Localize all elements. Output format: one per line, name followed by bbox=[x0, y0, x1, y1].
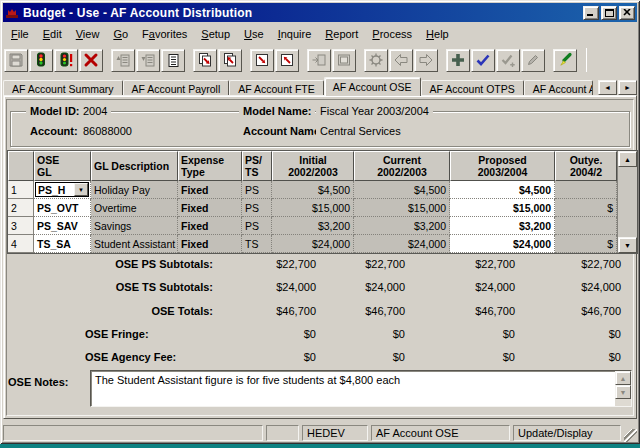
menu-view[interactable]: View bbox=[69, 26, 107, 42]
drill-up-button[interactable] bbox=[275, 49, 299, 72]
highlight-pen-icon bbox=[557, 52, 573, 68]
menu-process[interactable]: Process bbox=[365, 26, 419, 42]
copy-next-button[interactable] bbox=[193, 49, 217, 72]
minimize-button[interactable] bbox=[583, 6, 599, 20]
copy-previous-icon bbox=[222, 52, 238, 68]
status-panel-system: HEDEV bbox=[302, 425, 368, 441]
table-icon bbox=[336, 52, 352, 68]
cell-current: $24,000 bbox=[354, 235, 450, 253]
arrow-up-icon: ▲ bbox=[624, 156, 631, 163]
menu-help[interactable]: Help bbox=[419, 26, 456, 42]
totals-value: $46,700 bbox=[305, 305, 405, 317]
add-button[interactable] bbox=[446, 49, 470, 72]
maximize-button[interactable] bbox=[601, 6, 617, 20]
cell-proposed-input[interactable]: $3,200 bbox=[450, 217, 555, 235]
cell-current: $15,000 bbox=[354, 199, 450, 217]
tab-af-account-payroll[interactable]: AF Account Payroll bbox=[123, 80, 230, 96]
totals-label: OSE Totals: bbox=[8, 305, 213, 317]
grid-header-ose-gl: OSE GL bbox=[34, 151, 91, 181]
menu-go[interactable]: Go bbox=[106, 26, 135, 42]
ose-notes-text[interactable]: The Student Assistant figure is for five… bbox=[91, 371, 615, 406]
menu-setup[interactable]: Setup bbox=[194, 26, 237, 42]
cell-proposed-input[interactable]: $15,000 bbox=[450, 199, 555, 217]
scrollbar-track[interactable] bbox=[618, 167, 637, 237]
scroll-up-button[interactable]: ▲ bbox=[615, 371, 631, 385]
resize-grip[interactable] bbox=[624, 429, 637, 442]
arrow-left-icon: ◄ bbox=[604, 84, 611, 91]
save-button bbox=[4, 49, 28, 72]
menu-favorites[interactable]: Favorites bbox=[135, 26, 194, 42]
grid-header-proposed: Proposed 2003/2004 bbox=[450, 151, 555, 181]
insert-below-icon bbox=[140, 52, 156, 68]
notes-scrollbar[interactable]: ▲ ▼ bbox=[615, 371, 631, 406]
menu-report[interactable]: Report bbox=[318, 26, 365, 42]
tab-af-account-adjustments[interactable]: AF Account Adjustme bbox=[524, 80, 593, 96]
menu-use[interactable]: Use bbox=[237, 26, 271, 42]
edit-button bbox=[521, 49, 545, 72]
cell-ose-gl[interactable]: PS_SAV bbox=[34, 217, 91, 235]
cell-current: $4,500 bbox=[354, 181, 450, 199]
cell-ose-gl[interactable]: TS_SA bbox=[34, 235, 91, 253]
grid-header-outyear: Outye. 2004/2 bbox=[555, 151, 617, 181]
totals-value: $22,700 bbox=[305, 258, 405, 270]
traffic-light-alert-icon bbox=[58, 52, 74, 68]
insert-above-icon bbox=[115, 52, 131, 68]
cell-proposed-input[interactable]: $4,500 bbox=[450, 181, 555, 199]
cell-ose-gl[interactable]: PS_OVT bbox=[34, 199, 91, 217]
cell-outyear: $ bbox=[555, 235, 617, 253]
tab-af-account-ose[interactable]: AF Account OSE bbox=[324, 77, 421, 96]
highlight-button[interactable] bbox=[553, 49, 577, 72]
row-header: 1 bbox=[8, 181, 34, 199]
totals-value: $0 bbox=[216, 328, 316, 340]
account-name-value: Central Services bbox=[316, 125, 405, 138]
drill-down-button[interactable] bbox=[250, 49, 274, 72]
menu-file[interactable]: File bbox=[4, 26, 36, 42]
cell-description: Savings bbox=[91, 217, 178, 235]
ose-gl-combobox[interactable]: PS_H ▼ bbox=[34, 181, 91, 199]
totals-label: OSE Agency Fee: bbox=[85, 351, 176, 363]
list-button[interactable] bbox=[161, 49, 185, 72]
combobox-dropdown-button[interactable]: ▼ bbox=[74, 183, 88, 196]
menu-bar: File Edit View Go Favorites Setup Use In… bbox=[4, 24, 636, 43]
cell-current: $3,200 bbox=[354, 217, 450, 235]
close-button[interactable] bbox=[619, 6, 635, 20]
confirm-button[interactable] bbox=[471, 49, 495, 72]
menu-inquire[interactable]: Inquire bbox=[271, 26, 319, 42]
delete-button[interactable] bbox=[79, 49, 103, 72]
ose-notes-field[interactable]: The Student Assistant figure is for five… bbox=[90, 370, 632, 407]
cell-initial: $15,000 bbox=[272, 199, 354, 217]
grid-vertical-scrollbar[interactable]: ▲ ▼ bbox=[617, 151, 637, 253]
scroll-down-button[interactable]: ▼ bbox=[615, 385, 631, 399]
account-value: 86088000 bbox=[79, 125, 136, 138]
post-alert-button[interactable] bbox=[54, 49, 78, 72]
cell-description: Holiday Pay bbox=[91, 181, 178, 199]
model-name-value: Fiscal Year 2003/2004 bbox=[316, 105, 433, 118]
totals-value: $24,000 bbox=[521, 281, 621, 293]
cell-expense-type: Fixed bbox=[178, 235, 242, 253]
title-bar[interactable]: Budget - Use - AF Account Distribution bbox=[3, 3, 637, 22]
scroll-up-button[interactable]: ▲ bbox=[618, 151, 637, 167]
cell-proposed-input[interactable]: $24,000 bbox=[450, 235, 555, 253]
cell-outyear: $ bbox=[555, 199, 617, 217]
grid-header-expense-type: Expense Type bbox=[178, 151, 242, 181]
cell-outyear bbox=[555, 217, 617, 235]
post-button[interactable] bbox=[29, 49, 53, 72]
grid-header-initial: Initial 2002/2003 bbox=[272, 151, 354, 181]
tab-af-account-fte[interactable]: AF Account FTE bbox=[229, 80, 323, 96]
cell-ps-ts: PS bbox=[242, 199, 272, 217]
tab-scroll-right-button[interactable]: ► bbox=[618, 80, 637, 95]
copy-previous-button[interactable] bbox=[218, 49, 242, 72]
menu-edit[interactable]: Edit bbox=[36, 26, 69, 42]
insert-below-button bbox=[136, 49, 160, 72]
totals-row-ps-subtotals: OSE PS Subtotals: $22,700 $22,700 $22,70… bbox=[8, 258, 628, 273]
arrow-right-icon: ► bbox=[624, 84, 631, 91]
tab-scroll-left-button[interactable]: ◄ bbox=[598, 80, 617, 95]
totals-value: $0 bbox=[415, 328, 515, 340]
totals-value: $46,700 bbox=[521, 305, 621, 317]
tab-af-account-summary[interactable]: AF Account Summary bbox=[3, 80, 123, 96]
grid-header-gl-description: GL Description bbox=[91, 151, 178, 181]
status-bar: HEDEV AF Account OSE Update/Display bbox=[3, 424, 637, 442]
chevron-down-icon: ▼ bbox=[78, 187, 84, 193]
scroll-down-button[interactable]: ▼ bbox=[618, 237, 637, 253]
tab-af-account-otps[interactable]: AF Account OTPS bbox=[421, 80, 524, 96]
